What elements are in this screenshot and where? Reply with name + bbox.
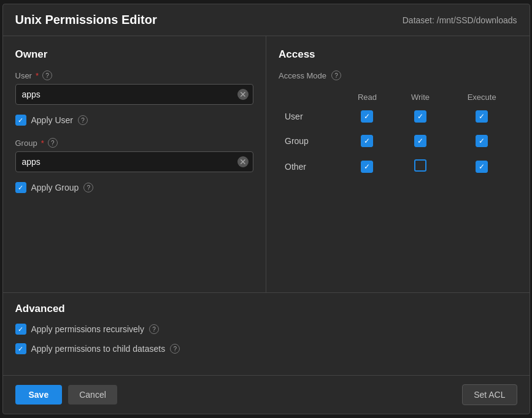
perm-user-write-checkmark: ✓	[417, 113, 423, 120]
permission-table: Read Write Execute User✓✓✓Group✓✓✓Other✓…	[279, 90, 517, 180]
owner-section-title: Owner	[15, 48, 254, 61]
perm-other-write-checkbox[interactable]	[414, 159, 426, 172]
recursive-checkmark: ✓	[18, 326, 23, 333]
table-row: Other✓✓	[279, 153, 517, 180]
perm-user-read-cell: ✓	[341, 104, 394, 129]
perm-other-execute-cell: ✓	[447, 153, 517, 180]
perm-user-read-checkmark: ✓	[364, 113, 370, 120]
cancel-button[interactable]: Cancel	[68, 385, 117, 405]
set-acl-button[interactable]: Set ACL	[462, 384, 517, 405]
apply-group-help-icon[interactable]: ?	[83, 183, 93, 192]
dataset-label: Dataset:	[403, 15, 434, 25]
access-mode-row: Access Mode ?	[279, 70, 517, 80]
perm-other-read-checkbox[interactable]: ✓	[361, 161, 373, 173]
apply-user-checkbox[interactable]: ✓	[15, 115, 26, 126]
user-help-icon[interactable]: ?	[42, 70, 52, 80]
perm-group-read-checkbox[interactable]: ✓	[361, 135, 373, 147]
access-mode-help-icon[interactable]: ?	[331, 70, 341, 80]
perm-group-read-checkmark: ✓	[364, 137, 370, 145]
apply-group-checkbox[interactable]: ✓	[15, 182, 26, 193]
group-input-wrap: ✕	[15, 151, 254, 172]
user-input[interactable]	[15, 84, 254, 105]
access-section-title: Access	[279, 48, 517, 61]
perm-row-user-label: User	[279, 104, 341, 129]
dialog-body: Owner User * ? ✕ ✓ Apply User ? Gr	[3, 36, 530, 292]
col-header-write: Write	[394, 90, 447, 104]
owner-panel: Owner User * ? ✕ ✓ Apply User ? Gr	[3, 36, 267, 292]
dataset-info: Dataset: /mnt/SSD/downloads	[403, 15, 517, 25]
perm-user-execute-cell: ✓	[447, 104, 517, 129]
table-row: User✓✓✓	[279, 104, 517, 129]
col-header-execute: Execute	[447, 90, 517, 104]
perm-other-execute-checkbox[interactable]: ✓	[476, 161, 488, 173]
apply-user-label: Apply User	[31, 115, 73, 125]
child-datasets-label: Apply permissions to child datasets	[31, 344, 166, 354]
apply-user-help-icon[interactable]: ?	[78, 115, 88, 125]
user-input-wrap: ✕	[15, 84, 254, 105]
table-row: Group✓✓✓	[279, 129, 517, 153]
access-panel: Access Access Mode ? Read Write Execute …	[266, 36, 530, 292]
advanced-section: Advanced ✓ Apply permissions recursively…	[3, 292, 530, 375]
perm-group-execute-checkbox[interactable]: ✓	[476, 135, 488, 147]
perm-user-write-cell: ✓	[394, 104, 447, 129]
perm-group-write-checkbox[interactable]: ✓	[414, 135, 426, 147]
recursive-label: Apply permissions recursively	[31, 324, 144, 334]
perm-other-execute-checkmark: ✓	[479, 163, 485, 170]
group-clear-icon[interactable]: ✕	[237, 156, 249, 167]
perm-other-read-cell: ✓	[341, 153, 394, 180]
apply-group-checkmark: ✓	[18, 184, 23, 191]
perm-other-read-checkmark: ✓	[364, 163, 370, 170]
group-field-label: Group * ?	[15, 138, 254, 148]
perm-user-execute-checkbox[interactable]: ✓	[476, 110, 488, 123]
apply-group-label: Apply Group	[31, 183, 79, 192]
user-clear-icon[interactable]: ✕	[237, 89, 249, 100]
advanced-title: Advanced	[15, 303, 517, 315]
perm-group-write-checkmark: ✓	[417, 137, 423, 145]
recursive-checkbox[interactable]: ✓	[15, 324, 26, 335]
apply-group-row: ✓ Apply Group ?	[15, 182, 254, 193]
user-required-marker: *	[36, 71, 39, 80]
perm-group-write-cell: ✓	[394, 129, 447, 153]
apply-user-checkmark: ✓	[18, 117, 23, 124]
access-mode-label: Access Mode	[279, 71, 326, 80]
perm-row-other-label: Other	[279, 153, 341, 180]
perm-group-execute-cell: ✓	[447, 129, 517, 153]
group-required-marker: *	[41, 139, 44, 148]
perm-group-execute-checkmark: ✓	[479, 137, 485, 145]
save-button[interactable]: Save	[15, 385, 63, 405]
perm-user-write-checkbox[interactable]: ✓	[414, 110, 426, 123]
perm-row-group-label: Group	[279, 129, 341, 153]
perm-group-read-cell: ✓	[341, 129, 394, 153]
dialog-footer: Save Cancel Set ACL	[3, 375, 530, 414]
perm-other-write-cell	[394, 153, 447, 180]
dialog-header: Unix Permissions Editor Dataset: /mnt/SS…	[3, 4, 530, 36]
unix-permissions-dialog: Unix Permissions Editor Dataset: /mnt/SS…	[2, 4, 530, 414]
user-field-label: User * ?	[15, 70, 254, 80]
dialog-title: Unix Permissions Editor	[15, 13, 157, 27]
perm-user-read-checkbox[interactable]: ✓	[361, 110, 373, 123]
recursive-help-icon[interactable]: ?	[149, 324, 159, 334]
perm-user-execute-checkmark: ✓	[479, 113, 485, 120]
apply-user-row: ✓ Apply User ?	[15, 115, 254, 126]
child-datasets-checkbox[interactable]: ✓	[15, 343, 26, 354]
group-input[interactable]	[15, 151, 254, 172]
recursive-row: ✓ Apply permissions recursively ?	[15, 324, 517, 335]
child-datasets-checkmark: ✓	[18, 346, 23, 352]
child-datasets-row: ✓ Apply permissions to child datasets ?	[15, 343, 517, 354]
child-datasets-help-icon[interactable]: ?	[170, 344, 180, 354]
group-help-icon[interactable]: ?	[48, 138, 58, 148]
col-header-read: Read	[341, 90, 394, 104]
col-header-entity	[279, 90, 341, 104]
dataset-path: /mnt/SSD/downloads	[437, 15, 517, 25]
